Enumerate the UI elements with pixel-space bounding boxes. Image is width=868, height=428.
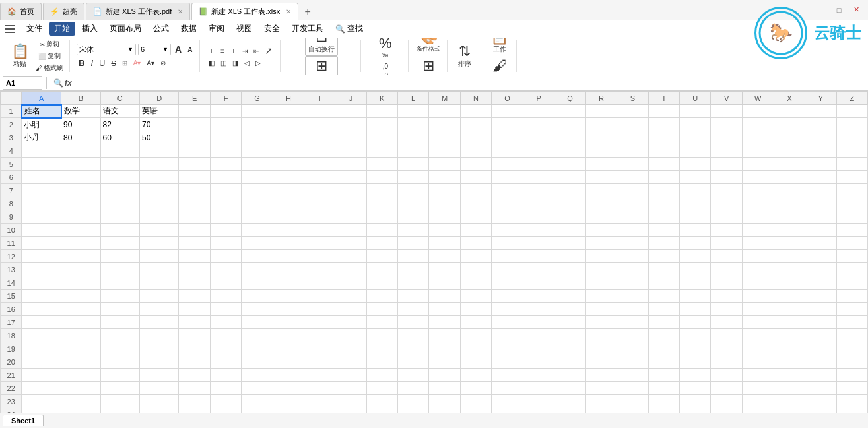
row-num-16[interactable]: 16 [1, 303, 22, 316]
cell-r11-c18[interactable] [617, 237, 648, 250]
cell-r22-c20[interactable] [680, 382, 711, 395]
cell-r12-c6[interactable] [242, 250, 273, 263]
cell-r11-c12[interactable] [429, 237, 461, 250]
cell-r15-c23[interactable] [774, 290, 805, 303]
cell-r16-c15[interactable] [523, 303, 554, 316]
font-size-dropdown[interactable]: ▼ [162, 46, 168, 53]
cell-r4-c25[interactable] [836, 144, 867, 158]
cell-r6-c17[interactable] [585, 171, 617, 184]
cell-r22-c16[interactable] [554, 382, 586, 395]
cell-r15-c21[interactable] [711, 290, 742, 303]
italic-button[interactable]: I [88, 57, 95, 69]
cell-r6-c2[interactable] [100, 171, 139, 184]
cell-r16-c17[interactable] [585, 303, 617, 316]
cell-r6-c11[interactable] [397, 171, 428, 184]
cell-r4-c14[interactable] [492, 144, 523, 158]
cell-r18-c11[interactable] [397, 329, 428, 342]
row-num-13[interactable]: 13 [1, 263, 22, 276]
cell-r18-c12[interactable] [429, 329, 461, 342]
menu-review[interactable]: 审阅 [203, 22, 230, 36]
cell-r23-c23[interactable] [774, 395, 805, 408]
bold-button[interactable]: B [77, 57, 86, 69]
col-header-F[interactable]: F [210, 92, 241, 105]
cell-r3-c15[interactable] [523, 131, 554, 144]
cell-r10-c16[interactable] [554, 224, 586, 237]
col-header-S[interactable]: S [617, 92, 648, 105]
col-header-U[interactable]: U [680, 92, 711, 105]
col-header-I[interactable]: I [304, 92, 335, 105]
cell-r2-c5[interactable] [210, 118, 241, 131]
cell-r16-c7[interactable] [273, 303, 304, 316]
cell-r15-c10[interactable] [366, 290, 397, 303]
cell-r19-c10[interactable] [366, 342, 397, 355]
cell-r12-c23[interactable] [774, 250, 805, 263]
cell-r3-c13[interactable] [460, 131, 491, 144]
cell-r24-c14[interactable] [492, 408, 523, 413]
cell-r15-c24[interactable] [805, 290, 836, 303]
cell-r8-c4[interactable] [179, 197, 210, 210]
cell-r18-c13[interactable] [460, 329, 491, 342]
cell-r16-c4[interactable] [179, 303, 210, 316]
menu-insert[interactable]: 插入 [77, 22, 103, 36]
cell-r9-c4[interactable] [179, 210, 210, 224]
cell-r3-c22[interactable] [742, 131, 774, 144]
cell-r21-c17[interactable] [585, 369, 617, 382]
cell-r18-c4[interactable] [179, 329, 210, 342]
cell-r14-c16[interactable] [554, 276, 586, 290]
row-num-18[interactable]: 18 [1, 329, 22, 342]
cell-r23-c19[interactable] [648, 395, 679, 408]
cell-r21-c12[interactable] [429, 369, 461, 382]
cell-r22-c18[interactable] [617, 382, 648, 395]
cell-r5-c20[interactable] [680, 158, 711, 171]
col-header-W[interactable]: W [742, 92, 774, 105]
cell-r21-c19[interactable] [648, 369, 679, 382]
cell-r24-c2[interactable] [100, 408, 139, 413]
border-button[interactable]: ⊞ [120, 59, 129, 67]
cell-r18-c7[interactable] [273, 329, 304, 342]
cell-r20-c22[interactable] [742, 355, 774, 369]
cell-r8-c2[interactable] [100, 197, 139, 210]
cell-r13-c6[interactable] [242, 263, 273, 276]
cell-r16-c16[interactable] [554, 303, 586, 316]
row-num-10[interactable]: 10 [1, 224, 22, 237]
cell-r7-c0[interactable] [22, 184, 61, 197]
format-painter-button[interactable]: 🖌 格式刷 [34, 63, 65, 73]
cell-r11-c11[interactable] [397, 237, 428, 250]
outdent-button[interactable]: ⇤ [251, 47, 261, 55]
cell-r2-c21[interactable] [711, 118, 742, 131]
cell-r1-c14[interactable] [492, 105, 523, 118]
cell-r19-c15[interactable] [523, 342, 554, 355]
cell-r16-c21[interactable] [711, 303, 742, 316]
formula-input[interactable] [83, 76, 865, 90]
cell-r5-c23[interactable] [774, 158, 805, 171]
cell-r15-c11[interactable] [397, 290, 428, 303]
cell-r16-c19[interactable] [648, 303, 679, 316]
cell-r23-c10[interactable] [366, 395, 397, 408]
cell-r11-c8[interactable] [304, 237, 335, 250]
cell-r4-c22[interactable] [742, 144, 774, 158]
cell-r13-c19[interactable] [648, 263, 679, 276]
cell-r11-c17[interactable] [585, 237, 617, 250]
font-name-input[interactable]: 宋体 ▼ [77, 44, 136, 55]
cell-r21-c3[interactable] [140, 369, 179, 382]
cell-r2-c8[interactable] [304, 118, 335, 131]
row-num-1[interactable]: 1 [1, 105, 22, 118]
cell-r9-c12[interactable] [429, 210, 461, 224]
menu-data[interactable]: 数据 [176, 22, 202, 36]
cell-r10-c11[interactable] [397, 224, 428, 237]
cell-r6-c16[interactable] [554, 171, 586, 184]
cell-r13-c10[interactable] [366, 263, 397, 276]
cell-r17-c7[interactable] [273, 316, 304, 329]
cell-r19-c18[interactable] [617, 342, 648, 355]
cell-r21-c4[interactable] [179, 369, 210, 382]
cell-r13-c15[interactable] [523, 263, 554, 276]
cell-r15-c0[interactable] [22, 290, 61, 303]
cell-r22-c11[interactable] [397, 382, 428, 395]
cell-r21-c18[interactable] [617, 369, 648, 382]
cell-r3-c17[interactable] [585, 131, 617, 144]
cell-r10-c2[interactable] [100, 224, 139, 237]
cell-r14-c25[interactable] [836, 276, 867, 290]
cell-r7-c6[interactable] [242, 184, 273, 197]
row-num-17[interactable]: 17 [1, 316, 22, 329]
cell-r12-c10[interactable] [366, 250, 397, 263]
